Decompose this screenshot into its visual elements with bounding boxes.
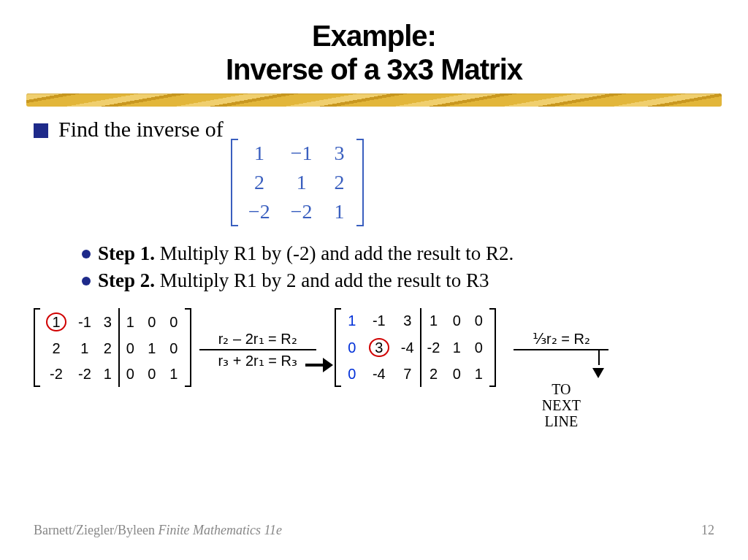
footer-title: Finite Mathematics 11e — [158, 523, 282, 537]
footer-source: Barnett/Ziegler/Byleen Finite Mathematic… — [34, 523, 282, 538]
a-cell: 1 — [446, 334, 468, 361]
a-cell: -2 — [421, 334, 446, 361]
input-matrix: 1 −1 3 2 1 2 −2 −2 1 — [231, 139, 714, 226]
step-desc: Multiply R1 by (-2) and add the result t… — [160, 242, 514, 264]
aug-table-after: 1 -1 3 1 0 0 0 3 -4 -2 1 0 — [341, 308, 490, 387]
matrix-table: 1 −1 3 2 1 2 −2 −2 1 — [238, 139, 356, 226]
a-cell: 0 — [446, 308, 468, 334]
a-cell: 0 — [141, 308, 163, 336]
a-cell: 0 — [468, 308, 489, 334]
side-operation: ⅓r₂ = R₂ TO NEXT LINE — [506, 330, 616, 429]
a-cell: 1 — [141, 336, 163, 361]
step-item: Step 1. Multiply R1 by (-2) and add the … — [82, 242, 714, 265]
m-cell: 1 — [238, 139, 280, 168]
bracket-left-icon — [335, 308, 341, 387]
a-cell: -4 — [395, 334, 421, 361]
fraction-line-icon — [199, 349, 316, 350]
a-cell: 0 — [468, 334, 489, 361]
m-cell: 2 — [238, 168, 280, 197]
step-text: Step 2. Multiply R1 by 2 and add the res… — [98, 269, 489, 292]
row-op-top: r₂ – 2r₁ = R₂ — [218, 330, 297, 348]
dot-bullet-icon — [82, 250, 91, 258]
a-cell: 0 — [446, 361, 468, 387]
a-cell: -1 — [72, 308, 97, 336]
bracket-left-icon — [231, 139, 238, 226]
title-line-1: Example: — [34, 19, 714, 53]
to-next-line: LINE — [542, 413, 581, 429]
a-cell: 1 — [119, 308, 141, 336]
step-item: Step 2. Multiply R1 by 2 and add the res… — [82, 269, 714, 292]
a-cell: 2 — [40, 336, 72, 361]
slide-body: Find the inverse of 1 −1 3 2 1 2 −2 −2 1 — [34, 117, 714, 429]
bracket-right-icon — [489, 308, 496, 387]
m-cell: −1 — [280, 139, 323, 168]
a-cell: 0 — [141, 361, 163, 387]
page-number: 12 — [701, 523, 714, 538]
footer-authors: Barnett/Ziegler/Byleen — [34, 523, 158, 537]
title-underline — [26, 93, 722, 107]
arrow-shaft-icon — [305, 364, 323, 367]
title-line-2: Inverse of a 3x3 Matrix — [34, 53, 714, 86]
aug-table-before: 1 -1 3 1 0 0 2 1 2 0 1 0 — [40, 308, 185, 387]
steps-list: Step 1. Multiply R1 by (-2) and add the … — [82, 242, 714, 292]
a-cell: -2 — [72, 361, 97, 387]
a-cell: 1 — [341, 308, 363, 334]
aug-matrix-before: 1 -1 3 1 0 0 2 1 2 0 1 0 — [34, 308, 191, 387]
a-cell: 3 — [363, 334, 395, 361]
lead-bullet: Find the inverse of — [34, 117, 714, 142]
a-cell: 3 — [395, 308, 421, 334]
to-next-line: TO — [542, 381, 581, 397]
aug-matrix-after: 1 -1 3 1 0 0 0 3 -4 -2 1 0 — [335, 308, 497, 387]
a-cell: -2 — [40, 361, 72, 387]
a-cell: -4 — [363, 361, 395, 387]
computation-row: 1 -1 3 1 0 0 2 1 2 0 1 0 — [34, 308, 714, 429]
bracket-left-icon — [34, 308, 40, 387]
m-cell: 1 — [280, 168, 323, 197]
to-next-line: NEXT — [542, 397, 581, 413]
arrow-down-icon — [592, 368, 604, 378]
a-cell: 0 — [119, 361, 141, 387]
a-cell: 0 — [341, 334, 363, 361]
dot-bullet-icon — [82, 277, 91, 285]
arrow-shaft-icon — [598, 350, 600, 365]
a-cell: 3 — [97, 308, 119, 336]
row-operations: r₂ – 2r₁ = R₂ r₃ + 2r₁ = R₃ — [196, 330, 320, 369]
a-cell: 1 — [421, 308, 446, 334]
a-cell: 0 — [163, 308, 185, 336]
bracket-right-icon — [356, 139, 364, 226]
step-label: Step 2. — [98, 269, 155, 291]
m-cell: 2 — [323, 168, 356, 197]
a-cell: 1 — [72, 336, 97, 361]
m-cell: 1 — [323, 197, 356, 226]
side-op-text: ⅓r₂ = R₂ — [533, 330, 590, 348]
slide-footer: Barnett/Ziegler/Byleen Finite Mathematic… — [34, 523, 714, 538]
a-cell: 2 — [97, 336, 119, 361]
a-cell: 2 — [421, 361, 446, 387]
arrow-right-icon — [323, 358, 333, 372]
a-cell: 1 — [97, 361, 119, 387]
to-next-label: TO NEXT LINE — [542, 381, 581, 429]
slide-title: Example: Inverse of a 3x3 Matrix — [34, 19, 714, 86]
a-cell: 0 — [341, 361, 363, 387]
m-cell: −2 — [280, 197, 323, 226]
step-desc: Multiply R1 by 2 and add the result to R… — [160, 269, 489, 291]
a-cell: 1 — [40, 308, 72, 336]
m-cell: 3 — [323, 139, 356, 168]
slide: Example: Inverse of a 3x3 Matrix Find th… — [0, 0, 748, 444]
step-label: Step 1. — [98, 242, 155, 264]
row-op-bottom: r₃ + 2r₁ = R₃ — [218, 352, 297, 369]
a-cell: 0 — [163, 336, 185, 361]
a-cell: -1 — [363, 308, 395, 334]
line-icon — [514, 349, 608, 350]
a-cell: 7 — [395, 361, 421, 387]
a-cell: 1 — [163, 361, 185, 387]
lead-text: Find the inverse of — [58, 117, 224, 142]
a-cell: 1 — [468, 361, 489, 387]
step-text: Step 1. Multiply R1 by (-2) and add the … — [98, 242, 514, 265]
square-bullet-icon — [34, 123, 48, 138]
m-cell: −2 — [238, 197, 280, 226]
bracket-right-icon — [185, 308, 191, 387]
a-cell: 0 — [119, 336, 141, 361]
